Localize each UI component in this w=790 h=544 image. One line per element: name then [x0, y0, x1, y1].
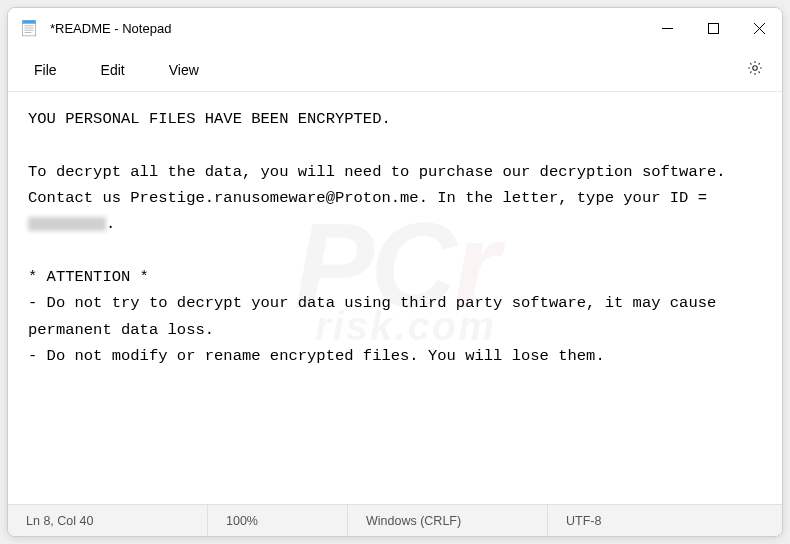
text-line: Contact us Prestige.ranusomeware@Proton.… [28, 189, 716, 207]
menu-view[interactable]: View [151, 56, 217, 84]
minimize-button[interactable] [644, 8, 690, 48]
close-button[interactable] [736, 8, 782, 48]
svg-point-10 [753, 65, 758, 70]
gear-icon [746, 63, 764, 80]
menu-file[interactable]: File [16, 56, 75, 84]
redacted-id [28, 217, 106, 231]
svg-rect-0 [22, 20, 36, 23]
menubar: File Edit View [8, 48, 782, 92]
text-line: - Do not modify or rename encrypted file… [28, 347, 605, 365]
text-editor[interactable]: YOU PERSONAL FILES HAVE BEEN ENCRYPTED. … [8, 92, 782, 504]
status-line-ending[interactable]: Windows (CRLF) [348, 505, 548, 536]
titlebar: *README - Notepad [8, 8, 782, 48]
window-title: *README - Notepad [50, 21, 644, 36]
status-cursor-position[interactable]: Ln 8, Col 40 [8, 505, 208, 536]
status-encoding[interactable]: UTF-8 [548, 505, 782, 536]
menu-edit[interactable]: Edit [83, 56, 143, 84]
text-line: To decrypt all the data, you will need t… [28, 163, 726, 181]
maximize-button[interactable] [690, 8, 736, 48]
text-line: * ATTENTION * [28, 268, 149, 286]
status-zoom[interactable]: 100% [208, 505, 348, 536]
settings-button[interactable] [736, 53, 774, 87]
text-line: - Do not try to decrypt your data using … [28, 294, 726, 338]
window-controls [644, 8, 782, 48]
notepad-window: *README - Notepad File Edit View [7, 7, 783, 537]
text-line: . [106, 215, 115, 233]
text-line: YOU PERSONAL FILES HAVE BEEN ENCRYPTED. [28, 110, 391, 128]
statusbar: Ln 8, Col 40 100% Windows (CRLF) UTF-8 [8, 504, 782, 536]
notepad-icon [20, 19, 38, 37]
svg-rect-7 [708, 23, 718, 33]
